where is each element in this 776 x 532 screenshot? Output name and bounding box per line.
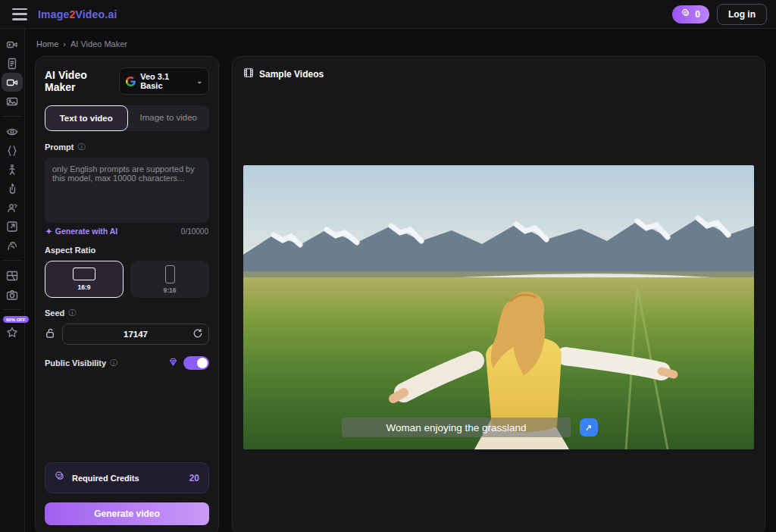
logo-part-video: Video [75,8,105,20]
model-name: Veo 3.1 Basic [140,72,192,90]
sidebar-divider [2,309,22,310]
app-logo[interactable]: Image2Video.ai [38,8,117,20]
avatar-tool-icon[interactable] [2,198,23,217]
login-button[interactable]: Log in [717,4,767,25]
sidebar-divider [2,116,22,117]
gallery-icon[interactable] [2,266,23,285]
sample-videos-panel: Sample Videos [232,56,765,532]
coins-icon [55,471,66,485]
required-credits-box: Required Credits 20 [45,462,209,493]
public-visibility-label: Public Visibility [45,358,106,368]
video-frame-illustration [243,165,754,449]
gesture-tool-icon[interactable] [2,179,23,198]
info-icon: ⓘ [110,358,117,368]
caption-overlay: Woman enjoying the grassland [342,418,598,437]
breadcrumb-separator: › [63,39,66,49]
image-to-video-icon[interactable] [2,35,23,54]
icon-sidebar: 60% OFF [0,29,25,532]
page-title: AI Video Maker [45,69,119,93]
pricing-item[interactable]: 60% OFF [2,323,23,342]
seed-label: Seed [45,308,64,318]
breadcrumb-current: AI Video Maker [70,39,127,49]
coins-icon [681,8,691,20]
sidebar-divider [2,260,22,261]
refresh-seed-icon[interactable] [192,328,203,342]
pricing-star-icon[interactable] [2,323,23,342]
logo-part-image: Image [38,8,69,20]
chevron-down-icon: ⌄ [196,77,202,85]
aspect-ratio-9-16-label: 9:16 [163,286,176,294]
generate-video-button[interactable]: Generate video [45,502,209,525]
prompt-label: Prompt [45,142,74,152]
prompt-input[interactable] [45,158,209,223]
landscape-icon [73,268,95,280]
discount-badge: 60% OFF [3,316,29,323]
topbar: Image2Video.ai 0 Log in [0,0,776,29]
model-selector[interactable]: Veo 3.1 Basic ⌄ [119,67,209,95]
aspect-ratio-9-16[interactable]: 9:16 [130,261,209,298]
hand-tool-icon[interactable] [2,236,23,255]
gem-icon [168,356,178,370]
required-credits-label: Required Credits [72,474,183,483]
tab-text-to-video[interactable]: Text to video [45,105,128,131]
breadcrumb-home[interactable]: Home [36,39,58,49]
effects-tool-icon[interactable] [2,141,23,160]
credits-count: 0 [695,9,700,20]
aspect-ratio-16-9-label: 16:9 [77,283,90,291]
film-icon [243,67,254,80]
required-credits-value: 20 [189,473,199,483]
video-caption: Woman enjoying the grassland [342,418,571,437]
seed-input[interactable] [62,324,209,345]
info-icon: ⓘ [68,308,76,318]
use-prompt-button[interactable] [580,418,598,437]
sample-videos-title: Sample Videos [259,69,324,80]
info-icon: ⓘ [78,142,86,152]
menu-icon[interactable] [12,8,27,20]
mode-tabs: Text to video Image to video [45,105,209,131]
breadcrumb: Home › AI Video Maker [36,39,765,49]
char-counter: 0/10000 [181,227,208,236]
aspect-ratio-16-9[interactable]: 16:9 [45,261,124,298]
tab-image-to-video[interactable]: Image to video [128,105,210,131]
text-to-video-icon[interactable] [2,54,23,73]
dance-tool-icon[interactable] [2,160,23,179]
credits-pill[interactable]: 0 [672,5,709,23]
aspect-ratio-label: Aspect Ratio [45,246,95,255]
camera-icon[interactable] [2,285,23,304]
generate-with-ai-label: Generate with AI [55,227,117,236]
generate-with-ai-button[interactable]: ✦ Generate with AI [45,227,117,236]
ai-video-maker-icon[interactable] [2,73,23,92]
portrait-icon [165,265,175,283]
google-logo-icon [126,77,136,86]
logo-part-ai: .ai [105,8,117,20]
unlock-icon[interactable] [45,327,56,342]
export-tool-icon[interactable] [2,217,23,236]
ai-image-icon[interactable] [2,92,23,111]
public-visibility-toggle[interactable] [183,356,209,370]
settings-panel: AI Video Maker Veo 3.1 Basic ⌄ Text to v… [35,56,219,532]
eye-tool-icon[interactable] [2,122,23,141]
sparkle-icon: ✦ [45,227,52,236]
sample-video-player[interactable]: Woman enjoying the grassland [243,165,754,449]
